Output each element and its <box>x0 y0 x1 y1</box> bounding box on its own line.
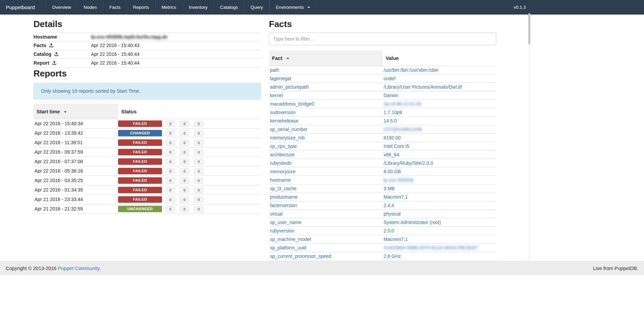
fact-name-link[interactable]: sudoversion <box>270 110 296 115</box>
fact-name-link[interactable]: sp_platform_uuid <box>270 245 306 250</box>
fact-name-link[interactable]: kernelrelease <box>270 118 298 124</box>
fact-value-link[interactable]: undef <box>384 76 395 81</box>
count-badge: 0 <box>194 178 203 184</box>
fact-name-link[interactable]: admin_picturepath <box>270 84 309 90</box>
fact-name-link[interactable]: sp_l3_cache <box>270 186 297 191</box>
fact-value-link[interactable]: C07QN1A6G1HW <box>384 127 422 132</box>
fact-value-link[interactable]: Intel Core i5 <box>384 143 409 149</box>
fact-value-cell: Darwin <box>383 91 496 100</box>
details-label: Facts <box>33 41 91 50</box>
reports-sort-start-time[interactable]: Start time <box>33 104 118 119</box>
fact-value-link[interactable]: 8192.00 <box>384 135 401 140</box>
report-status-cell: FAILED000 <box>118 185 261 195</box>
fact-name-link[interactable]: macaddress_bridge0 <box>270 101 314 107</box>
fact-value-link[interactable]: 8.00 GB <box>384 169 401 174</box>
fact-name-cell: sudoversion <box>269 108 383 117</box>
scrollbar-track[interactable] <box>529 15 530 261</box>
fact-name-link[interactable]: hostname <box>270 177 291 183</box>
nav-item-metrics[interactable]: Metrics <box>155 0 183 15</box>
status-badge: FAILED <box>118 158 162 165</box>
details-value-text: Apr 22 2016 - 15:40:44 <box>91 60 139 66</box>
fact-name-link[interactable]: rubysitedir <box>270 160 292 166</box>
report-start-time: Apr 22 2016 - 07:37:08 <box>33 157 118 166</box>
fact-name-link[interactable]: sp_user_name <box>270 220 301 225</box>
facts-column-value[interactable]: Value <box>383 50 496 66</box>
fact-value-link[interactable]: 14.5.0 <box>384 118 397 124</box>
fact-name-link[interactable]: sp_machine_model <box>270 237 311 242</box>
fact-value-cell: 14.5.0 <box>383 117 496 125</box>
navbar-items: OverviewNodesFactsReportsMetricsInventor… <box>46 0 270 15</box>
fact-value-link[interactable]: 2.6 GHz <box>384 253 401 259</box>
nav-item-environments[interactable]: Environments <box>270 0 317 15</box>
fact-value-link[interactable]: 41A00840-60B6-5570-811A-0A0317BC9CE7 <box>384 245 479 250</box>
fact-value-link[interactable]: 2.0.0 <box>384 228 394 233</box>
nav-item-inventory[interactable]: Inventory <box>182 0 214 15</box>
node-details-column: Details Hostnamelp-osx-003056.mpib-berli… <box>33 19 261 261</box>
report-status-group: FAILED000 <box>118 139 261 146</box>
facts-filter-input[interactable] <box>269 32 496 45</box>
nav-item-catalogs[interactable]: Catalogs <box>214 0 244 15</box>
nav-item-reports[interactable]: Reports <box>127 0 155 15</box>
fact-value-link[interactable]: Macmini7,1 <box>384 237 408 242</box>
fact-name-link[interactable]: sp_current_processor_speed <box>270 253 331 259</box>
report-row: Apr 22 2016 - 15:40:34FAILED000 <box>33 119 261 129</box>
fact-name-link[interactable]: sp_cpu_type <box>270 143 297 149</box>
fact-value-cell: 8.00 GB <box>383 168 496 176</box>
fact-name-link[interactable]: sp_serial_number <box>270 127 307 132</box>
fact-value-link[interactable]: 3 MB <box>384 186 395 191</box>
fact-name-link[interactable]: productname <box>270 194 298 200</box>
navbar-brand[interactable]: Puppetboard <box>0 0 41 15</box>
fact-value-link[interactable]: /usr/bin:/bin:/usr/sbin:/sbin <box>384 67 439 73</box>
fact-name-link[interactable]: architecture <box>270 152 295 157</box>
fact-value-link[interactable]: Macmini7,1 <box>384 194 408 200</box>
nav-item-facts[interactable]: Facts <box>103 0 127 15</box>
fact-value-link[interactable]: /Library/User Pictures/Animals/Owl.tif <box>384 84 462 90</box>
footer-copyright: Copyright © 2013-2016 Puppet Community. <box>6 266 100 271</box>
fact-value-link[interactable]: physical <box>384 211 401 217</box>
puppet-community-link[interactable]: Puppet Community <box>58 266 99 271</box>
fact-value-link[interactable]: System Administrator (root) <box>384 220 441 225</box>
reports-title: Reports <box>33 68 261 79</box>
fact-name-link[interactable]: facterversion <box>270 203 297 208</box>
nav-item-query[interactable]: Query <box>244 0 270 15</box>
count-badge: 0 <box>180 206 189 212</box>
count-badge: 0 <box>194 121 203 127</box>
fact-row: rubyversion2.0.0 <box>269 227 496 235</box>
fact-row: sudoversion1.7.10p9 <box>269 108 496 117</box>
copyright-period: . <box>99 266 100 271</box>
report-row: Apr 22 2016 - 07:37:08FAILED000 <box>33 157 261 166</box>
reports-column-status[interactable]: Status <box>118 104 261 119</box>
fact-name-link[interactable]: lagerregal <box>270 76 291 81</box>
fact-value-link[interactable]: /Library/Ruby/Site/2.0.0 <box>384 160 433 166</box>
fact-name-link[interactable]: kernel <box>270 93 283 98</box>
fact-name-cell: sp_serial_number <box>269 125 383 134</box>
upload-icon[interactable] <box>52 61 56 66</box>
upload-icon[interactable] <box>49 43 53 49</box>
status-badge: CHANGED <box>118 130 162 136</box>
nav-item-nodes[interactable]: Nodes <box>77 0 103 15</box>
scrollbar-thumb[interactable] <box>528 13 530 44</box>
facts-table: Fact Value path/usr/bin:/bin:/usr/sbin:/… <box>269 50 496 261</box>
nav-item-overview[interactable]: Overview <box>46 0 77 15</box>
fact-row: sp_serial_numberC07QN1A6G1HW <box>269 125 496 134</box>
fact-value-link[interactable]: Darwin <box>384 93 398 98</box>
fact-name-link[interactable]: memorysize <box>270 169 295 174</box>
count-badge: 0 <box>180 168 189 174</box>
fact-value-cell: 8192.00 <box>383 134 496 142</box>
report-start-time: Apr 22 2016 - 09:37:59 <box>33 148 118 157</box>
fact-value-link[interactable]: 3a:c9:86:22:01:00 <box>384 101 421 107</box>
fact-name-link[interactable]: memorysize_mb <box>270 135 305 140</box>
fact-name-link[interactable]: rubyversion <box>270 228 294 233</box>
reports-table: Start time Status Apr 22 2016 - 15:40:34… <box>33 104 261 214</box>
fact-name-link[interactable]: virtual <box>270 211 282 217</box>
facts-sort-fact[interactable]: Fact <box>269 50 383 66</box>
fact-name-link[interactable]: path <box>270 67 279 73</box>
fact-value-link[interactable]: 1.7.10p9 <box>384 110 402 115</box>
fact-value-link[interactable]: 2.4.4 <box>384 203 394 208</box>
report-status-group: FAILED000 <box>118 196 261 203</box>
fact-name-cell: sp_machine_model <box>269 235 383 244</box>
count-badge: 0 <box>166 178 175 184</box>
fact-value-link[interactable]: x86_64 <box>384 152 399 157</box>
fact-value-link[interactable]: lp-osx-003056 <box>384 177 414 183</box>
upload-icon[interactable] <box>54 52 59 58</box>
